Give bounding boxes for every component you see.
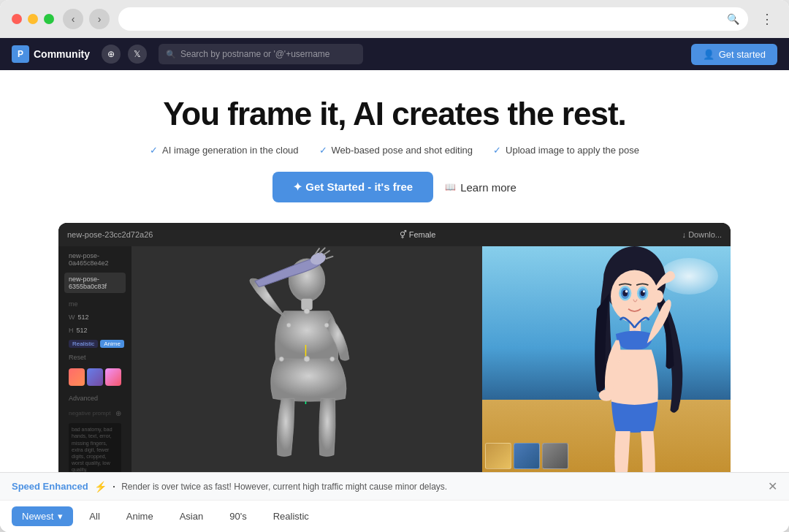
avatar-row: [64, 365, 126, 389]
feature-2: ✓ Web-based pose and shot editing: [319, 145, 473, 156]
avatar-1[interactable]: [69, 368, 85, 386]
lightning-icon: ⚡: [94, 481, 107, 493]
avatar-3[interactable]: [105, 368, 121, 386]
nav-social: ⊕ 𝕏: [102, 45, 147, 64]
svg-point-13: [304, 308, 310, 314]
svg-line-4: [320, 248, 325, 254]
feature-label-2: Web-based pose and shot editing: [332, 145, 473, 156]
sidebar-pose-2[interactable]: new-pose-6355ba0c83f: [64, 273, 126, 293]
hero-actions: ✦ Get Started - it's free 📖 Learn more: [15, 172, 774, 202]
hero-title: You frame it, AI creates the rest.: [15, 96, 774, 132]
user-icon: 👤: [703, 49, 714, 60]
title-bar: ‹ › 🔍 ⋮: [0, 0, 789, 38]
svg-point-17: [330, 357, 335, 362]
browser-window: ‹ › 🔍 ⋮ P Community ⊕ 𝕏 🔍 Search by post…: [0, 0, 789, 532]
svg-line-5: [324, 251, 329, 255]
check-icon-3: ✓: [493, 145, 501, 156]
twitter-icon[interactable]: 𝕏: [128, 45, 147, 64]
book-icon: 📖: [445, 182, 456, 192]
thumb-3[interactable]: [542, 443, 568, 469]
thumb-2[interactable]: [514, 443, 540, 469]
result-thumbnails: [485, 443, 728, 469]
search-icon: 🔍: [727, 13, 739, 25]
sidebar-pose-1[interactable]: new-pose-0a465c8e4e2: [64, 249, 126, 270]
hero-features: ✓ AI image generation in the cloud ✓ Web…: [15, 145, 774, 156]
forward-button[interactable]: ›: [89, 9, 110, 29]
back-button[interactable]: ‹: [63, 9, 83, 29]
svg-point-29: [653, 290, 663, 303]
feature-label-3: Upload image to apply the pose: [506, 145, 639, 156]
newest-label: Newest: [22, 511, 53, 522]
svg-point-31: [599, 390, 614, 401]
banner-dot: ·: [113, 480, 115, 493]
check-icon-2: ✓: [319, 145, 327, 156]
avatar-2[interactable]: [87, 368, 103, 386]
svg-point-18: [304, 357, 310, 362]
brand-name: Community: [34, 48, 90, 60]
more-options-button[interactable]: ⋮: [757, 9, 777, 29]
gender-label: ⚥ Female: [400, 230, 436, 240]
pose-figure-svg: [132, 246, 482, 472]
brand-icon: P: [12, 45, 29, 63]
chevron-down-icon: ▾: [58, 511, 63, 522]
feature-1: ✓ AI image generation in the cloud: [150, 145, 298, 156]
tab-anime[interactable]: Anime: [116, 506, 164, 526]
minimize-window-btn[interactable]: [28, 14, 38, 24]
close-window-btn[interactable]: [12, 14, 22, 24]
address-bar[interactable]: 🔍: [118, 7, 748, 31]
banner-message: Render is over twice as fast! However, c…: [121, 482, 777, 492]
style-realistic[interactable]: Realistic: [69, 340, 98, 348]
demo-topbar: new-pose-23cc2d72a26 ⚥ Female ↓ Downlo..…: [58, 223, 731, 246]
cta-label: ✦ Get Started - it's free: [293, 180, 413, 194]
tab-asian[interactable]: Asian: [169, 506, 214, 526]
cta-button[interactable]: ✦ Get Started - it's free: [272, 172, 433, 202]
advanced-label[interactable]: Advanced: [64, 392, 126, 405]
traffic-lights: [12, 14, 54, 24]
banner-close-button[interactable]: ✕: [768, 479, 777, 493]
main-content: You frame it, AI creates the rest. ✓ AI …: [0, 70, 789, 532]
style-anime[interactable]: Anime: [100, 340, 124, 348]
result-area: [482, 246, 731, 472]
tab-90s[interactable]: 90's: [219, 506, 256, 526]
svg-point-20: [611, 270, 658, 323]
demo-area: new-pose-23cc2d72a26 ⚥ Female ↓ Downlo..…: [0, 223, 789, 472]
negative-prompt-label: negative prompt ⊕: [64, 408, 126, 419]
speed-banner: Speed Enhanced ⚡ · Render is over twice …: [0, 472, 789, 500]
demo-container: new-pose-23cc2d72a26 ⚥ Female ↓ Downlo..…: [58, 223, 731, 472]
nav-search-box[interactable]: 🔍 Search by postname or '@'+username: [159, 44, 363, 64]
svg-line-6: [326, 256, 332, 259]
maximize-window-btn[interactable]: [44, 14, 54, 24]
svg-point-14: [286, 323, 291, 327]
nav-buttons: ‹ ›: [63, 9, 110, 29]
nav-get-started-button[interactable]: 👤 Get started: [691, 44, 777, 65]
tab-all[interactable]: All: [79, 506, 110, 526]
svg-point-28: [643, 291, 645, 293]
anime-character-svg: [482, 246, 731, 472]
download-label: ↓ Downlo...: [682, 230, 722, 239]
pose-editor[interactable]: [132, 246, 482, 472]
tab-newest[interactable]: Newest ▾: [12, 506, 73, 526]
discord-icon[interactable]: ⊕: [102, 45, 121, 64]
feature-label-1: AI image generation in the cloud: [162, 145, 298, 156]
brand-logo[interactable]: P Community: [12, 45, 90, 63]
pose-name-label: new-pose-23cc2d72a26: [67, 230, 153, 239]
height-row: H 512: [64, 325, 126, 335]
learn-more-button[interactable]: 📖 Learn more: [445, 181, 517, 194]
search-icon: 🔍: [166, 50, 176, 59]
hero-section: You frame it, AI creates the rest. ✓ AI …: [0, 70, 789, 223]
check-icon-1: ✓: [150, 145, 158, 156]
thumb-1[interactable]: [485, 443, 511, 469]
anime-background: [482, 246, 731, 472]
app-navbar: P Community ⊕ 𝕏 🔍 Search by postname or …: [0, 38, 789, 70]
style-row: Realistic Anime: [64, 338, 126, 349]
reset-label[interactable]: Reset: [64, 352, 126, 362]
demo-sidebar: new-pose-0a465c8e4e2 new-pose-6355ba0c83…: [58, 223, 132, 472]
size-label: me: [64, 299, 126, 309]
svg-point-24: [625, 290, 628, 292]
bottom-tabs: Newest ▾ All Anime Asian 90's Realistic: [0, 500, 789, 532]
speed-enhanced-label: Speed Enhanced: [12, 481, 88, 492]
svg-point-15: [324, 323, 329, 327]
tab-realistic[interactable]: Realistic: [263, 506, 319, 526]
svg-point-16: [279, 357, 283, 362]
width-row: W 512: [64, 312, 126, 322]
